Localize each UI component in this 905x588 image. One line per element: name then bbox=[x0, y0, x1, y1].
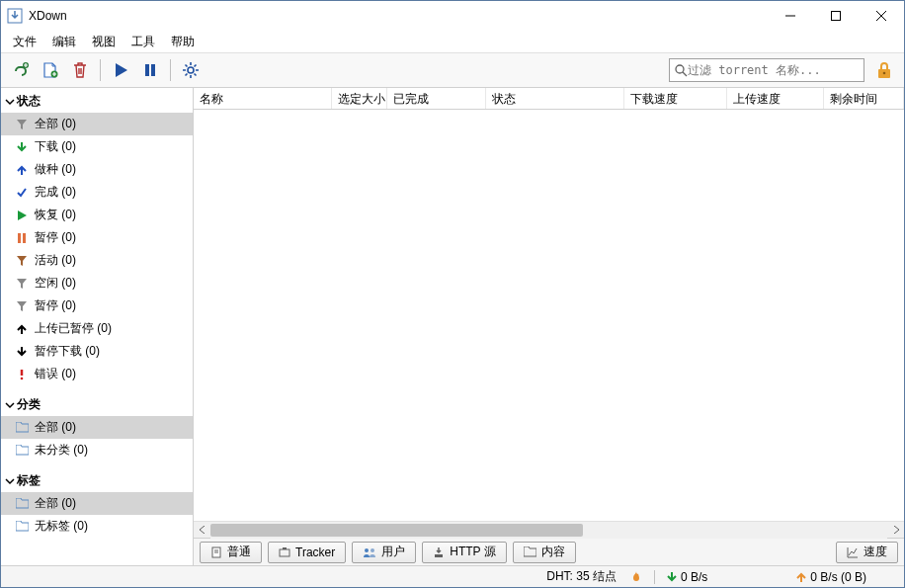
sidebar-item-completed[interactable]: 完成 (0) bbox=[1, 181, 193, 204]
sidebar-item-paused[interactable]: 暂停 (0) bbox=[1, 226, 193, 249]
sidebar-header-status[interactable]: 状态 bbox=[1, 90, 193, 113]
sidebar-item-stalled[interactable]: 暂停 (0) bbox=[1, 294, 193, 317]
upload-arrow-icon bbox=[15, 163, 29, 177]
sidebar-header-tags[interactable]: 标签 bbox=[1, 469, 193, 492]
column-name[interactable]: 名称 bbox=[194, 88, 332, 109]
sidebar-item-upload-paused[interactable]: 上传已暂停 (0) bbox=[1, 317, 193, 340]
sidebar-item-label: 下载 (0) bbox=[35, 138, 76, 155]
sidebar-header-categories[interactable]: 分类 bbox=[1, 393, 193, 416]
tab-speed[interactable]: 速度 bbox=[836, 542, 898, 563]
tracker-icon bbox=[279, 546, 290, 558]
tab-user[interactable]: 用户 bbox=[352, 542, 416, 563]
sidebar-item-label: 无标签 (0) bbox=[35, 518, 88, 535]
status-upload-text: 0 B/s (0 B) bbox=[810, 570, 866, 584]
column-status[interactable]: 状态 bbox=[486, 88, 624, 109]
sidebar-item-resumed[interactable]: 恢复 (0) bbox=[1, 204, 193, 226]
status-dht-text: DHT: 35 结点 bbox=[546, 568, 617, 585]
sidebar-item-label: 上传已暂停 (0) bbox=[35, 320, 112, 337]
sidebar-item-label: 做种 (0) bbox=[35, 161, 76, 178]
horizontal-scrollbar[interactable] bbox=[194, 521, 904, 538]
sidebar-item-downloading[interactable]: 下载 (0) bbox=[1, 135, 193, 158]
content-area: 名称 选定大小 已完成 状态 下载速度 上传速度 剩余时间 普通 Tracker… bbox=[194, 88, 904, 565]
settings-button[interactable] bbox=[177, 56, 205, 84]
sidebar-item-download-paused[interactable]: 暂停下载 (0) bbox=[1, 340, 193, 363]
download-paused-icon bbox=[15, 345, 29, 359]
svg-point-10 bbox=[676, 65, 684, 73]
folder-icon bbox=[15, 497, 29, 511]
column-done[interactable]: 已完成 bbox=[387, 88, 486, 109]
sidebar-item-all[interactable]: 全部 (0) bbox=[1, 113, 193, 135]
window-title: XDown bbox=[29, 9, 768, 23]
column-selsize[interactable]: 选定大小 bbox=[332, 88, 387, 109]
maximize-button[interactable] bbox=[813, 1, 859, 31]
lock-button[interactable] bbox=[870, 56, 898, 84]
svg-rect-24 bbox=[435, 554, 443, 557]
down-arrow-icon bbox=[667, 571, 677, 583]
svg-line-11 bbox=[683, 72, 687, 76]
column-remaining[interactable]: 剩余时间 bbox=[824, 88, 904, 109]
sidebar-item-active[interactable]: 活动 (0) bbox=[1, 249, 193, 272]
status-upload[interactable]: 0 B/s (0 B) bbox=[796, 570, 866, 584]
sidebar-item-inactive[interactable]: 空闲 (0) bbox=[1, 272, 193, 294]
scrollbar-thumb[interactable] bbox=[210, 524, 583, 537]
sidebar-item-tag-all[interactable]: 全部 (0) bbox=[1, 492, 193, 515]
sidebar-item-label: 恢复 (0) bbox=[35, 207, 76, 223]
tab-label: 普通 bbox=[227, 544, 251, 560]
status-dht[interactable]: DHT: 35 结点 bbox=[546, 568, 617, 585]
titlebar: XDown bbox=[1, 1, 904, 31]
sidebar-item-label: 暂停 (0) bbox=[35, 229, 76, 246]
table-header: 名称 选定大小 已完成 状态 下载速度 上传速度 剩余时间 bbox=[194, 88, 904, 110]
fire-icon[interactable] bbox=[630, 570, 642, 584]
column-upspeed[interactable]: 上传速度 bbox=[727, 88, 824, 109]
tab-content[interactable]: 内容 bbox=[513, 542, 576, 563]
play-icon bbox=[15, 209, 29, 222]
users-icon bbox=[363, 546, 376, 558]
tab-http[interactable]: HTTP 源 bbox=[422, 542, 506, 563]
sidebar-item-label: 暂停 (0) bbox=[35, 297, 76, 314]
sidebar-item-label: 错误 (0) bbox=[35, 366, 76, 382]
tab-label: 内容 bbox=[541, 544, 565, 560]
funnel-icon bbox=[15, 118, 29, 131]
search-input[interactable] bbox=[688, 63, 860, 77]
menu-view[interactable]: 视图 bbox=[84, 32, 123, 52]
sidebar-item-tag-untagged[interactable]: 无标签 (0) bbox=[1, 515, 193, 538]
scroll-right-icon[interactable] bbox=[887, 522, 904, 539]
svg-rect-14 bbox=[18, 233, 21, 243]
close-button[interactable] bbox=[859, 1, 904, 31]
menu-help[interactable]: 帮助 bbox=[163, 32, 203, 52]
chevron-down-icon bbox=[5, 400, 17, 410]
sidebar-item-seeding[interactable]: 做种 (0) bbox=[1, 158, 193, 181]
pause-icon bbox=[15, 231, 29, 245]
add-file-button[interactable] bbox=[37, 56, 64, 84]
svg-rect-21 bbox=[283, 547, 287, 549]
bottom-tabs: 普通 Tracker 用户 HTTP 源 内容 速度 bbox=[194, 538, 904, 565]
status-download[interactable]: 0 B/s bbox=[667, 570, 707, 584]
scroll-left-icon[interactable] bbox=[194, 522, 210, 539]
tab-label: 速度 bbox=[864, 544, 887, 560]
svg-rect-2 bbox=[832, 12, 841, 21]
sidebar-item-cat-uncat[interactable]: 未分类 (0) bbox=[1, 439, 193, 462]
tab-tracker[interactable]: Tracker bbox=[268, 542, 346, 563]
chart-icon bbox=[847, 546, 859, 558]
menu-edit[interactable]: 编辑 bbox=[44, 32, 84, 52]
sidebar-item-cat-all[interactable]: 全部 (0) bbox=[1, 416, 193, 439]
sidebar-item-label: 活动 (0) bbox=[35, 252, 76, 269]
funnel-active-icon bbox=[15, 254, 29, 268]
svg-rect-20 bbox=[280, 549, 289, 556]
tab-label: Tracker bbox=[295, 546, 335, 559]
delete-button[interactable] bbox=[66, 56, 94, 84]
menu-tools[interactable]: 工具 bbox=[123, 32, 163, 52]
start-button[interactable] bbox=[107, 56, 134, 84]
folder-icon bbox=[15, 421, 29, 435]
add-link-button[interactable] bbox=[7, 56, 35, 84]
tab-general[interactable]: 普通 bbox=[200, 542, 262, 563]
minimize-button[interactable] bbox=[768, 1, 813, 31]
pause-button[interactable] bbox=[136, 56, 164, 84]
menu-file[interactable]: 文件 bbox=[5, 32, 44, 52]
sidebar-item-errored[interactable]: 错误 (0) bbox=[1, 363, 193, 385]
sidebar-header-label: 标签 bbox=[17, 472, 41, 489]
column-dlspeed[interactable]: 下载速度 bbox=[624, 88, 727, 109]
tab-label: 用户 bbox=[381, 544, 405, 560]
chevron-down-icon bbox=[5, 476, 17, 486]
search-box[interactable] bbox=[669, 58, 864, 82]
